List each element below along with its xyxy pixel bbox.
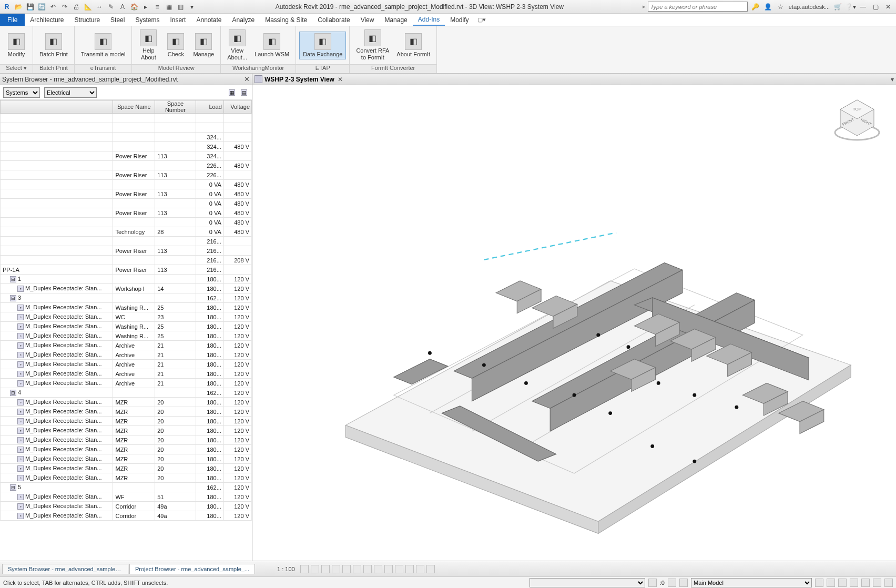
selection-filter-select[interactable] [530, 578, 645, 587]
tree-node-icon[interactable]: ▫ [17, 342, 24, 349]
table-row[interactable]: ▫M_Duplex Receptacle: Stan...MZR20180...… [1, 426, 252, 435]
table-row[interactable]: ▫M_Duplex Receptacle: Stan...Archive2118… [1, 341, 252, 350]
table-row[interactable]: ⊟5162...120 V [1, 483, 252, 492]
table-row[interactable]: ▫M_Duplex Receptacle: Stan...MZR20180...… [1, 464, 252, 473]
discipline-select[interactable]: Electrical [44, 87, 97, 98]
table-row[interactable]: ▫M_Duplex Receptacle: Stan...MZR20180...… [1, 445, 252, 454]
table-row[interactable]: ▫M_Duplex Receptacle: Stan...Washing R..… [1, 322, 252, 331]
table-row[interactable]: Power Riser113216... [1, 246, 252, 256]
table-row[interactable]: ▫M_Duplex Receptacle: Stan...MZR20180...… [1, 398, 252, 407]
ribbon-button-batch-print[interactable]: ◧Batch Print [36, 32, 71, 59]
switch-window-icon[interactable]: ▥ [176, 2, 185, 12]
save-icon[interactable]: 💾 [25, 2, 35, 12]
keyconcept-icon[interactable]: 🔑 [751, 2, 760, 12]
table-row[interactable]: ▫M_Duplex Receptacle: Stan...MZR20180...… [1, 473, 252, 483]
tree-node-icon[interactable]: ▫ [17, 286, 24, 292]
measure-icon[interactable]: 📐 [83, 2, 93, 12]
system-browser-close-icon[interactable]: ✕ [244, 75, 250, 83]
table-row[interactable]: ⊟4162...120 V [1, 388, 252, 398]
table-row[interactable]: ▫M_Duplex Receptacle: Stan...Corridor49a… [1, 511, 252, 521]
ribbon-tab-architecture[interactable]: Architecture [25, 14, 69, 26]
highlight-displacement-icon[interactable] [426, 565, 435, 573]
design-options-icon[interactable] [815, 579, 823, 587]
tree-node-icon[interactable]: ▫ [17, 399, 24, 405]
column-header[interactable] [1, 100, 113, 114]
main-model-select[interactable]: Main Model [691, 578, 812, 587]
press-drag-icon[interactable] [648, 579, 657, 587]
worksharing-display-icon[interactable] [405, 565, 414, 573]
drag-elements-icon[interactable] [873, 579, 881, 587]
select-underlay-icon[interactable] [838, 579, 847, 587]
undo-icon[interactable]: ↶ [48, 2, 58, 12]
tag-icon[interactable]: ✎ [106, 2, 116, 12]
tree-node-icon[interactable]: ▫ [17, 475, 24, 481]
table-row[interactable]: 226...480 V [1, 161, 252, 170]
dimension-icon[interactable]: ↔ [95, 2, 104, 12]
lock3d-icon[interactable] [374, 565, 382, 573]
ribbon-tab-structure[interactable]: Structure [69, 14, 105, 26]
table-row[interactable]: ▫M_Duplex Receptacle: Stan...Corridor49a… [1, 502, 252, 511]
signin-icon[interactable]: 👤 [763, 2, 773, 12]
table-row[interactable]: ⊟3162...120 V [1, 293, 252, 303]
tree-node-icon[interactable]: ▫ [17, 333, 24, 339]
tree-node-icon[interactable]: ▫ [17, 437, 24, 443]
table-row[interactable]: 324... [1, 133, 252, 142]
table-row[interactable]: ▫M_Duplex Receptacle: Stan...Washing R..… [1, 303, 252, 312]
search-input[interactable] [648, 2, 748, 12]
file-tab[interactable]: File [0, 14, 25, 26]
table-row[interactable]: ▫M_Duplex Receptacle: Stan...WC23180...1… [1, 312, 252, 322]
rendering-icon[interactable] [342, 565, 351, 573]
tree-node-icon[interactable]: ▫ [17, 305, 24, 311]
column-header[interactable]: Voltage [223, 100, 251, 114]
minimize-icon[interactable]: — [858, 2, 868, 12]
ribbon-button-convert-rfa[interactable]: ◧Convert RFAto FormIt [353, 28, 392, 62]
maximize-icon[interactable]: ▢ [871, 2, 880, 12]
tree-node-icon[interactable]: ▫ [17, 418, 24, 424]
ribbon-button-transmit-a-model[interactable]: ◧Transmit a model [78, 32, 129, 59]
crop-region-icon[interactable] [363, 565, 372, 573]
ribbon-button-about-formit[interactable]: ◧About FormIt [393, 32, 433, 59]
table-row[interactable]: ▫M_Duplex Receptacle: Stan...MZR20180...… [1, 454, 252, 464]
system-browser-table-wrap[interactable]: Space NameSpace NumberLoadVoltage 324...… [0, 100, 252, 561]
ribbon-button-help[interactable]: ◧HelpAbout [135, 28, 161, 62]
column-settings-icon[interactable]: ▦ [229, 89, 235, 96]
tree-node-icon[interactable]: ⊟ [10, 484, 16, 491]
viewcube[interactable]: TOP FRONT RIGHT [831, 94, 883, 146]
tree-node-icon[interactable]: ▫ [17, 352, 24, 358]
table-row[interactable]: ▫M_Duplex Receptacle: Stan...Archive2118… [1, 360, 252, 369]
shadows-icon[interactable] [332, 565, 340, 573]
tree-node-icon[interactable]: ▫ [17, 428, 24, 434]
table-row[interactable]: Power Riser113226... [1, 170, 252, 180]
ribbon-tab-modify[interactable]: Modify [445, 14, 474, 26]
table-row[interactable]: ▫M_Duplex Receptacle: Stan...WF51180...1… [1, 492, 252, 502]
table-row[interactable]: 324...480 V [1, 142, 252, 151]
temp-hide-icon[interactable] [384, 565, 393, 573]
pane-tab[interactable]: System Browser - rme_advanced_sample_... [2, 564, 128, 574]
section-icon[interactable]: ▸ [141, 2, 150, 12]
column-header[interactable]: Space Number [155, 100, 196, 114]
analytical-icon[interactable] [416, 565, 424, 573]
tree-node-icon[interactable]: ⊟ [10, 276, 16, 282]
table-row[interactable]: ▫M_Duplex Receptacle: Stan...Archive2118… [1, 350, 252, 360]
ribbon-tab-systems[interactable]: Systems [130, 14, 165, 26]
revit-logo-icon[interactable]: R [2, 2, 12, 12]
view-tab-dropdown-icon[interactable]: ▾ [891, 76, 894, 83]
worksets-icon[interactable] [679, 579, 688, 587]
reveal-hidden-icon[interactable] [395, 565, 403, 573]
tree-node-icon[interactable]: ▫ [17, 323, 24, 330]
table-row[interactable]: Power Riser1130 VA480 V [1, 189, 252, 199]
qat-dropdown-icon[interactable]: ▾ [187, 2, 197, 12]
ribbon-button-check[interactable]: ◧Check [162, 32, 189, 59]
ribbon-button-launch-wsm[interactable]: ◧Launch WSM [251, 32, 292, 59]
sun-path-icon[interactable] [321, 565, 330, 573]
favorite-icon[interactable]: ☆ [776, 2, 786, 12]
appstore-icon[interactable]: 🛒 [833, 2, 842, 12]
tree-node-icon[interactable]: ▫ [17, 371, 24, 377]
tree-node-icon[interactable]: ⊟ [10, 295, 16, 301]
crop-view-icon[interactable] [353, 565, 361, 573]
default3d-icon[interactable]: 🏠 [129, 2, 139, 12]
view-select[interactable]: Systems [3, 87, 40, 98]
tree-node-icon[interactable]: ▫ [17, 380, 24, 387]
tree-node-icon[interactable]: ▫ [17, 456, 24, 462]
table-row[interactable]: 0 VA480 V [1, 180, 252, 189]
